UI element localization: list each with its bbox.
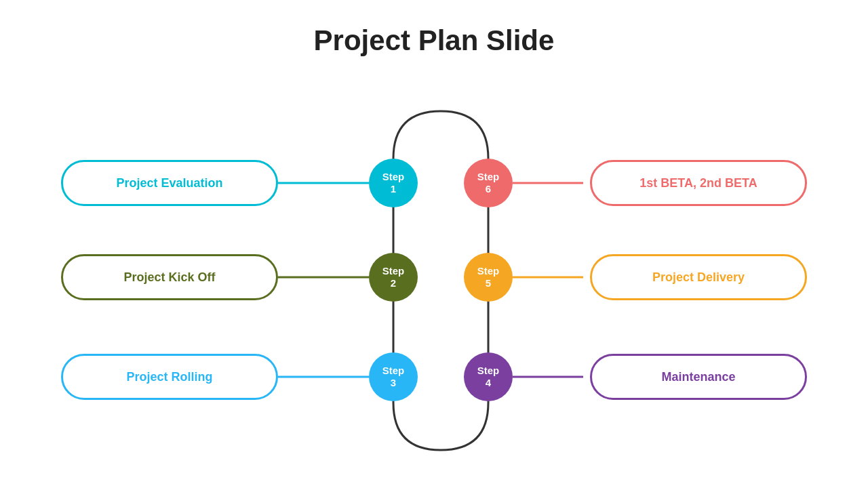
label-maintenance: Maintenance [590, 354, 807, 400]
step-2-circle: Step 2 [369, 253, 418, 302]
step-1-circle: Step 1 [369, 159, 418, 207]
label-beta: 1st BETA, 2nd BETA [590, 160, 807, 206]
label-rolling: Project Rolling [61, 354, 278, 400]
label-kickoff: Project Kick Off [61, 254, 278, 300]
label-delivery: Project Delivery [590, 254, 807, 300]
page-title: Project Plan Slide [314, 24, 555, 57]
step-3-circle: Step 3 [369, 352, 418, 401]
step-5-circle: Step 5 [464, 253, 513, 302]
step-4-circle: Step 4 [464, 352, 513, 401]
diagram-area: Project Evaluation Project Kick Off Proj… [61, 70, 807, 464]
label-evaluation: Project Evaluation [61, 160, 278, 206]
step-6-circle: Step 6 [464, 159, 513, 207]
